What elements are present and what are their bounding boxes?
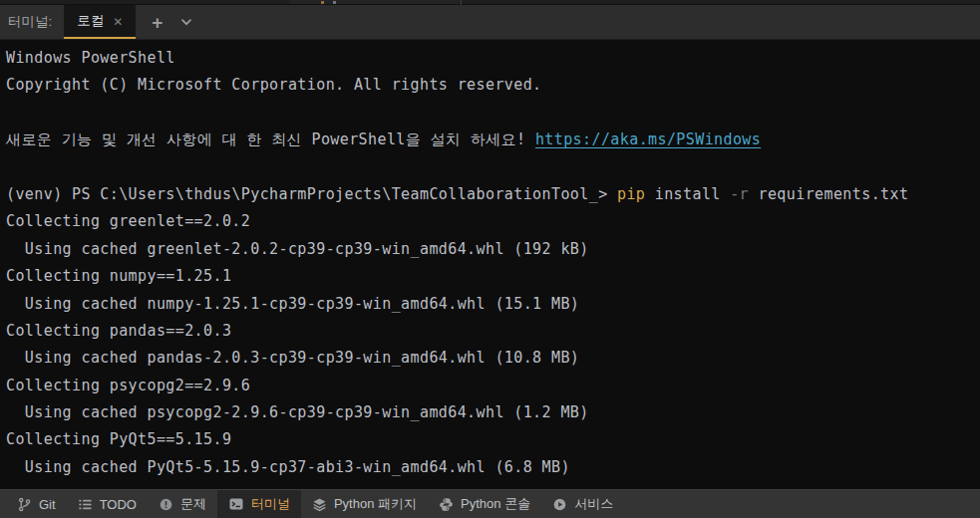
toolwindow-button-label: Git <box>39 497 56 512</box>
terminal-text: Windows PowerShell <box>6 49 175 67</box>
tab-local[interactable]: 로컬 ✕ <box>64 5 136 39</box>
tab-local-label: 로컬 <box>77 12 104 30</box>
terminal-icon <box>228 496 244 512</box>
terminal-text: Copyright (C) Microsoft Corporation. All… <box>6 76 542 94</box>
toolwindow-button-problems[interactable]: 문제 <box>148 490 217 518</box>
terminal-tool-window: 터미널: 로컬 ✕ + Windows PowerShellCopyright … <box>0 0 980 518</box>
toolwindow-button-label: 서비스 <box>574 495 613 513</box>
toolwindow-button-services[interactable]: 서비스 <box>541 490 624 518</box>
terminal-text: Using cached psycopg2-2.9.6-cp39-cp39-wi… <box>6 403 589 421</box>
terminal-line: Collecting greenlet==2.0.2 <box>6 208 980 235</box>
toolwindow-button-python-packages[interactable]: Python 패키지 <box>301 490 428 518</box>
terminal-line: Using cached pandas-2.0.3-cp39-cp39-win_… <box>6 345 980 372</box>
terminal-text: Collecting pandas==2.0.3 <box>6 322 231 340</box>
editor-sliver-artifact <box>321 1 324 4</box>
toolwindow-button-terminal[interactable]: 터미널 <box>217 490 301 518</box>
new-terminal-button[interactable]: + <box>152 13 163 32</box>
terminal-output[interactable]: Windows PowerShellCopyright (C) Microsof… <box>0 40 980 489</box>
toolwindow-button-git[interactable]: Git <box>6 490 67 518</box>
toolwindow-button-python-console[interactable]: Python 콘솔 <box>428 490 541 518</box>
terminal-options-dropdown[interactable] <box>178 14 194 30</box>
status-bar: Git TODO 문제 터미널 <box>0 489 980 518</box>
terminal-line: Using cached numpy-1.25.1-cp39-cp39-win_… <box>6 291 980 318</box>
terminal-text: -r <box>730 185 749 203</box>
terminal-line: (venv) PS C:\Users\thdus\PycharmProjects… <box>6 181 980 208</box>
powershell-update-link[interactable]: https://aka.ms/PSWindows <box>535 130 761 148</box>
chevron-down-icon <box>178 14 194 30</box>
terminal-panel-label: 터미널: <box>0 13 64 31</box>
close-tab-icon[interactable]: ✕ <box>113 15 123 28</box>
terminal-line: Collecting PyQt5==5.15.9 <box>6 426 980 453</box>
editor-bottom-sliver <box>0 0 980 5</box>
terminal-text: Collecting psycopg2==2.9.6 <box>6 377 250 394</box>
terminal-text: pip <box>617 185 645 203</box>
editor-sliver-artifact <box>333 1 336 4</box>
terminal-text: (venv) PS C:\Users\thdus\PycharmProjects… <box>6 185 617 203</box>
terminal-line <box>6 100 980 127</box>
toolwindow-button-todo[interactable]: TODO <box>67 490 148 518</box>
terminal-line: Copyright (C) Microsoft Corporation. All… <box>6 72 980 99</box>
todo-list-icon <box>78 497 93 512</box>
python-logo-icon <box>439 497 454 512</box>
exclamation-circle-icon <box>159 497 173 512</box>
toolwindow-button-label: Python 콘솔 <box>461 495 530 513</box>
terminal-line <box>6 154 980 181</box>
editor-sliver-segment <box>289 0 461 4</box>
terminal-line: Using cached PyQt5-5.15.9-cp37-abi3-win_… <box>6 454 980 481</box>
terminal-line: Collecting pandas==2.0.3 <box>6 318 980 345</box>
terminal-text: Collecting PyQt5==5.15.9 <box>6 430 231 448</box>
terminal-text: Using cached greenlet-2.0.2-cp39-cp39-wi… <box>6 240 589 258</box>
terminal-text: Using cached PyQt5-5.15.9-cp37-abi3-win_… <box>6 458 570 476</box>
layers-icon <box>312 497 327 512</box>
terminal-text: Using cached numpy-1.25.1-cp39-cp39-win_… <box>6 295 579 313</box>
terminal-text: Collecting greenlet==2.0.2 <box>6 212 250 230</box>
editor-sliver-divider <box>461 0 462 5</box>
toolwindow-button-label: Python 패키지 <box>334 495 417 513</box>
terminal-line: Collecting numpy==1.25.1 <box>6 263 980 290</box>
toolwindow-button-label: 터미널 <box>251 495 290 513</box>
git-branch-icon <box>17 497 32 512</box>
terminal-text: Collecting numpy==1.25.1 <box>6 267 231 285</box>
toolwindow-button-label: TODO <box>100 497 137 512</box>
terminal-text: requirements.txt <box>749 185 908 203</box>
terminal-line: 새로운 기능 및 개선 사항에 대 한 최신 PowerShell을 설치 하세… <box>6 127 980 153</box>
terminal-line: Using cached psycopg2-2.9.6-cp39-cp39-wi… <box>6 399 980 426</box>
terminal-line: Using cached greenlet-2.0.2-cp39-cp39-wi… <box>6 236 980 263</box>
terminal-text: install <box>645 185 730 203</box>
terminal-text: Using cached pandas-2.0.3-cp39-cp39-win_… <box>6 349 579 367</box>
terminal-line: Windows PowerShell <box>6 45 980 72</box>
toolwindow-button-label: 문제 <box>180 495 206 513</box>
plus-icon: + <box>152 13 163 32</box>
terminal-text: 새로운 기능 및 개선 사항에 대 한 최신 PowerShell을 설치 하세… <box>6 130 535 148</box>
terminal-line: Collecting psycopg2==2.9.6 <box>6 373 980 399</box>
terminal-header: 터미널: 로컬 ✕ + <box>0 5 980 40</box>
play-circle-icon <box>552 497 567 512</box>
